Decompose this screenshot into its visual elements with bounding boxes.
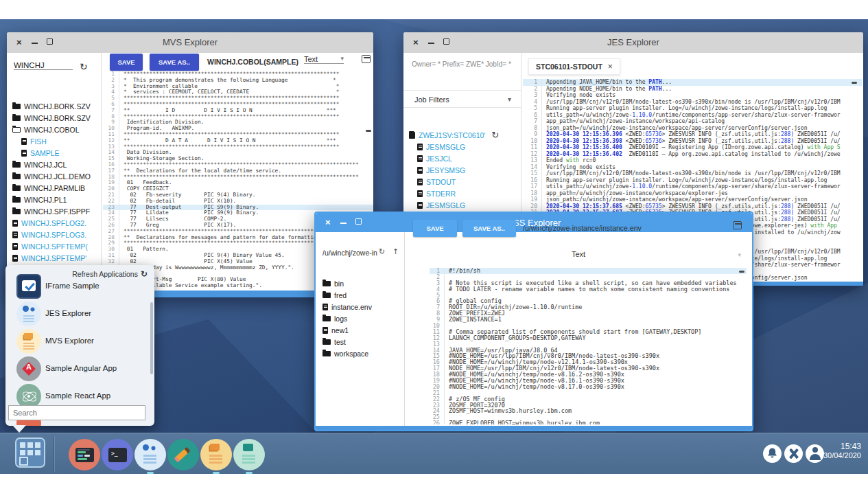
- tree-item[interactable]: WINCHJ.JCL: [12, 159, 67, 170]
- launcher-item-label: MVS Explorer: [45, 337, 94, 345]
- tree-item[interactable]: WINCHJ.SPFLOG3.: [12, 229, 86, 240]
- open-in-new-icon[interactable]: [733, 221, 742, 229]
- tab-stdout[interactable]: STC06101-STDOUT ×: [528, 58, 620, 75]
- tree-item[interactable]: fred: [322, 290, 347, 300]
- tree-item[interactable]: bin: [322, 278, 344, 288]
- tree-item[interactable]: workspace: [322, 348, 368, 359]
- tree-item-label: WINCHJ.JCL: [24, 161, 67, 169]
- tree-item[interactable]: ZWEJ1SV:STC0610'↻: [409, 130, 499, 140]
- save-button[interactable]: SAVE: [413, 220, 457, 237]
- code-line: 2Appending NODE_HOME/bin to the PATH...: [523, 86, 862, 93]
- folder-icon: [12, 115, 21, 121]
- shell-script-editor[interactable]: 1#!/bin/sh23# Note this script is execut…: [430, 268, 747, 424]
- open-in-new-icon[interactable]: [362, 55, 371, 63]
- tree-item[interactable]: WINCHJ.PL1: [12, 194, 67, 205]
- tree-item[interactable]: STDERR: [417, 188, 456, 198]
- tree-item-label: JESMSGLG: [426, 143, 465, 151]
- launcher-item-jes[interactable]: JES Explorer: [5, 302, 154, 329]
- mvs-title-bar[interactable]: × MVS Explorer: [7, 32, 373, 53]
- open-file-name: WINCHJ.COBOL(SAMPLE): [207, 58, 298, 66]
- tree-item[interactable]: JESJCL: [417, 153, 452, 163]
- close-icon[interactable]: ×: [608, 62, 613, 71]
- tree-item-label: WINCHJ.SPFTEMP': [21, 254, 86, 262]
- tree-item[interactable]: WINCHJ.SPF.ISPPF: [12, 206, 90, 216]
- line-text: #!/bin/sh: [449, 268, 480, 274]
- line-text: 2020-04-30 12:15:37.685 <ZWED:65735> ZWE…: [546, 203, 841, 210]
- tree-item[interactable]: instance.env: [322, 302, 372, 312]
- syntax-mode-select[interactable]: Text: [405, 250, 752, 258]
- line-number: 2: [523, 86, 542, 93]
- uss-explorer-window: × USS Explorer /u/winchj/zowe-in ↻ ↑ bin…: [314, 212, 753, 431]
- tab-label: STC06101-STDOUT: [536, 62, 602, 71]
- mvs-explorer-icon[interactable]: [200, 439, 232, 470]
- save-button[interactable]: SAVE: [110, 54, 143, 71]
- tree-item[interactable]: logs: [322, 313, 347, 323]
- tree-item[interactable]: test: [322, 337, 346, 347]
- tree-item[interactable]: FISH: [21, 136, 47, 146]
- tree-item[interactable]: WINCHJ.BORK.SZV: [12, 113, 91, 123]
- folder-open-icon: [12, 127, 21, 133]
- tree-item[interactable]: WINCHJ.BORK.SZV: [12, 101, 91, 111]
- tree-item[interactable]: JESMSGLG: [417, 141, 465, 152]
- tree-item[interactable]: JESMSGLG: [417, 200, 465, 210]
- launcher-item-mvs[interactable]: MVS Explorer: [5, 329, 154, 356]
- save-as-button[interactable]: SAVE AS..: [462, 220, 516, 237]
- tree-item[interactable]: SAMPLE: [21, 148, 60, 158]
- file-icon: [12, 243, 18, 250]
- tree-item[interactable]: JESYSMSG: [417, 165, 465, 175]
- file-icon: [417, 167, 423, 174]
- tree-item[interactable]: WINCHJ.JCL.DEMO: [12, 171, 91, 181]
- notifications-bell-icon[interactable]: [763, 444, 782, 463]
- save-as-button[interactable]: SAVE AS..: [150, 54, 199, 71]
- refresh-icon[interactable]: ↻: [491, 130, 499, 140]
- launcher-item-label: Sample React App: [45, 391, 110, 400]
- line-text: 2020-04-30 12:15:36.396 <ZWED:65736> ZWE…: [546, 131, 841, 138]
- tree-item[interactable]: WINCHJ.COBOL: [12, 124, 80, 135]
- app-launcher-popup: Refresh Applications↻ IFrame SampleJES E…: [5, 265, 154, 426]
- tn3270-terminal-icon[interactable]: [69, 439, 100, 470]
- tree-item-label: new1: [331, 326, 349, 334]
- tree-item-label: WINCHJ.COBOL: [24, 126, 80, 134]
- mvs-app-icon: [16, 329, 41, 354]
- jes-title-bar[interactable]: × JES Explorer: [403, 32, 863, 53]
- file-icon: [21, 150, 27, 157]
- file-icon: [417, 202, 423, 209]
- tree-item[interactable]: WINCHJ.SPFTEMP': [12, 253, 86, 263]
- editor-scrollbar[interactable]: [852, 82, 857, 84]
- app-launcher-button[interactable]: [15, 437, 45, 468]
- tree-item[interactable]: WINCHJ.SPFTEMP(: [12, 241, 88, 251]
- line-text: Running app-server plugin installer. Log…: [546, 105, 827, 112]
- uss-explorer-icon[interactable]: [233, 439, 265, 470]
- app-list-scrollbar[interactable]: [150, 302, 153, 374]
- line-text: # TODO LATER - rename variable names to …: [449, 286, 729, 293]
- tree-item[interactable]: new1: [322, 325, 349, 335]
- tree-item[interactable]: WINCHJ.PARMLIB: [12, 183, 85, 193]
- window-footer-bar: [316, 426, 752, 430]
- line-number: 18: [523, 190, 542, 197]
- launcher-item-angular[interactable]: Sample Angular App: [5, 356, 154, 384]
- editor-icon[interactable]: [167, 439, 199, 470]
- line-number: 17: [523, 183, 542, 190]
- settings-tools-icon[interactable]: [784, 444, 803, 463]
- launcher-item-iframe[interactable]: IFrame Sample: [5, 274, 154, 302]
- editor-scrollbar[interactable]: [739, 271, 744, 273]
- file-icon: [322, 304, 328, 310]
- editor-scrollbar[interactable]: [366, 130, 371, 132]
- file-icon: [12, 220, 18, 227]
- line-number: 12: [523, 151, 542, 158]
- user-account-icon[interactable]: [806, 444, 824, 463]
- jes-explorer-icon[interactable]: [134, 439, 166, 470]
- tree-item[interactable]: STDOUT: [417, 177, 456, 187]
- code-line: 9ZOWE_INSTANCE=1: [430, 317, 747, 323]
- syntax-mode-select[interactable]: Text ▾: [304, 55, 344, 64]
- folder-icon: [322, 339, 331, 345]
- tree-item-label: bin: [334, 280, 344, 288]
- angular-app-icon: [16, 356, 41, 381]
- line-text: Appending JAVA_HOME/bin to the PATH...: [546, 79, 672, 86]
- app-search-input[interactable]: [8, 405, 145, 420]
- tree-item[interactable]: WINCHJ.SPFLOG2.: [12, 218, 86, 228]
- taskbar: >_ 15:43 30/04/2020: [0, 433, 868, 474]
- code-line: 202020-04-30 12:15:37.685 <ZWED:65735> Z…: [523, 203, 862, 210]
- vt-terminal-icon[interactable]: >_: [102, 439, 133, 470]
- folder-icon: [322, 351, 331, 356]
